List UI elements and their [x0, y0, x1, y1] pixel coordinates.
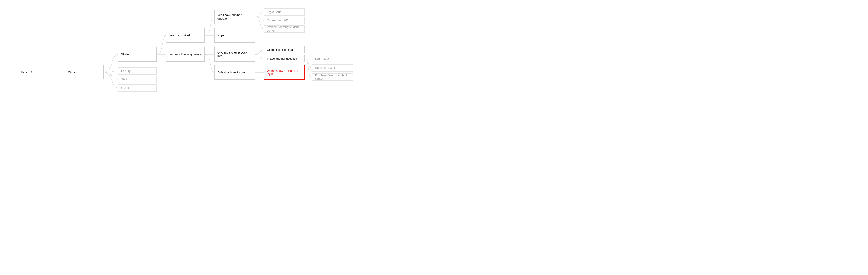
- node-guest[interactable]: Guest: [118, 84, 157, 92]
- node-connect-wifi-b[interactable]: Connect to Wi-Fi: [312, 64, 353, 71]
- node-label: Yes that worked: [169, 34, 190, 37]
- node-login-issue-a[interactable]: Login issue: [264, 8, 305, 16]
- node-wrong-answer[interactable]: Wrong answer - leads to login: [264, 65, 305, 80]
- node-help-desk-info[interactable]: Give me the Help Desk info: [214, 47, 255, 62]
- node-ok-thanks[interactable]: Ok thanks I'll do that: [264, 46, 305, 54]
- node-label: Problem Viewing student center: [315, 74, 350, 81]
- node-connect-wifi-a[interactable]: Connect to Wi-Fi: [264, 17, 305, 24]
- node-label: Yes I have another question: [217, 13, 252, 20]
- node-label: Ok thanks I'll do that: [267, 48, 293, 52]
- node-hi-there[interactable]: Hi there!: [7, 65, 46, 80]
- node-faculty[interactable]: Faculty: [118, 67, 157, 75]
- node-student[interactable]: Student: [118, 47, 157, 62]
- node-nope[interactable]: Nope: [214, 28, 255, 42]
- node-label: Nope: [217, 34, 224, 37]
- node-label: Faculty: [121, 69, 130, 73]
- node-label: Give me the Help Desk info: [217, 51, 252, 58]
- node-yes-that-worked[interactable]: Yes that worked: [166, 28, 205, 42]
- node-label: Wi-Fi: [68, 70, 75, 74]
- node-have-another-question[interactable]: I have another question: [264, 55, 305, 62]
- node-label: Staff: [121, 78, 127, 81]
- node-submit-ticket[interactable]: Submit a ticket for me: [214, 65, 255, 80]
- node-label: Connect to Wi-Fi: [315, 66, 337, 70]
- node-label: Connect to Wi-Fi: [267, 19, 288, 22]
- node-label: Student: [121, 53, 131, 56]
- node-label: Wrong answer - leads to login: [267, 69, 302, 76]
- node-login-issue-b[interactable]: Login issue: [312, 55, 353, 62]
- node-label: I have another question: [267, 57, 297, 60]
- node-still-having-issues[interactable]: No I'm still having issues: [166, 47, 205, 62]
- node-staff[interactable]: Staff: [118, 76, 157, 83]
- node-wifi[interactable]: Wi-Fi: [65, 65, 103, 80]
- node-label: Guest: [121, 86, 129, 90]
- node-problem-student-center-b[interactable]: Problem Viewing student center: [312, 73, 353, 81]
- node-label: Problem Viewing student center: [267, 26, 302, 32]
- node-label: Login issue: [267, 10, 282, 14]
- node-label: No I'm still having issues: [169, 53, 201, 56]
- node-yes-another-question[interactable]: Yes I have another question: [214, 10, 255, 24]
- flow-canvas: Hi there! Wi-Fi Student Faculty Staff Gu…: [0, 0, 377, 120]
- node-label: Hi there!: [21, 70, 32, 74]
- node-problem-student-center-a[interactable]: Problem Viewing student center: [264, 25, 305, 32]
- node-label: Submit a ticket for me: [217, 71, 245, 74]
- node-label: Login issue: [315, 57, 330, 60]
